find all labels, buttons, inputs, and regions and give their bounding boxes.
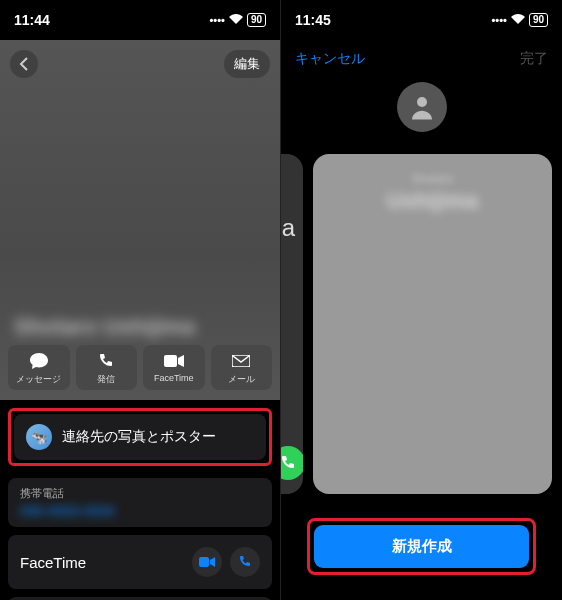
facetime-label: FaceTime <box>154 373 194 383</box>
edit-button[interactable]: 編集 <box>224 50 270 78</box>
svg-rect-2 <box>199 557 209 567</box>
poster-card-current[interactable]: Shotaro Ushijima <box>313 154 552 494</box>
contact-name: Shotaro Ushijima <box>14 314 195 340</box>
highlight-border: 🐄 連絡先の写真とポスター <box>8 408 272 466</box>
facetime-button[interactable]: FaceTime <box>143 345 205 390</box>
status-indicators: •••• 90 <box>209 13 266 27</box>
status-time: 11:44 <box>14 12 50 28</box>
call-button[interactable]: 発信 <box>76 345 138 390</box>
status-time: 11:45 <box>295 12 331 28</box>
cancel-button[interactable]: キャンセル <box>295 50 365 68</box>
facetime-section-label: FaceTime <box>20 554 86 571</box>
highlight-wrap: 🐄 連絡先の写真とポスター <box>0 400 280 474</box>
message-icon <box>30 351 48 371</box>
poster-carousel[interactable]: a Shotaro Ushijima <box>281 144 562 504</box>
wifi-icon <box>229 14 243 26</box>
action-row: メッセージ 発信 FaceTime メール <box>0 339 280 400</box>
poster-editor-screen: 11:45 •••• 90 キャンセル 完了 a Shotaro Ushijim… <box>281 0 562 600</box>
facetime-section: FaceTime <box>8 535 272 589</box>
battery-icon: 90 <box>529 13 548 27</box>
call-icon <box>281 446 303 480</box>
create-highlight: 新規作成 <box>307 518 536 575</box>
poster-icon: 🐄 <box>26 424 52 450</box>
signal-icon: •••• <box>209 14 224 26</box>
phone-label: 携帯電話 <box>20 486 260 501</box>
create-new-label: 新規作成 <box>392 537 452 554</box>
facetime-audio-button[interactable] <box>230 547 260 577</box>
svg-point-3 <box>417 97 427 107</box>
poster-firstname: Shotaro <box>411 172 453 186</box>
svg-rect-0 <box>164 355 177 367</box>
dim-letter: a <box>282 214 295 242</box>
done-button[interactable]: 完了 <box>520 50 548 68</box>
status-indicators: •••• 90 <box>491 13 548 27</box>
video-icon <box>164 351 184 371</box>
message-label: メッセージ <box>16 373 61 386</box>
contact-header: 編集 Shotaro Ushijima メッセージ 発信 FaceTime <box>0 40 280 400</box>
photo-poster-row[interactable]: 🐄 連絡先の写真とポスター <box>14 414 266 460</box>
create-wrap: 新規作成 <box>281 504 562 575</box>
edit-label: 編集 <box>234 55 260 73</box>
contact-detail-screen: 11:44 •••• 90 編集 Shotaro Ushijima メッセージ <box>0 0 281 600</box>
status-bar: 11:44 •••• 90 <box>0 0 280 40</box>
phone-icon <box>98 351 114 371</box>
call-label: 発信 <box>97 373 115 386</box>
avatar[interactable] <box>397 82 447 132</box>
editor-nav: キャンセル 完了 <box>281 40 562 78</box>
poster-card-previous[interactable]: a <box>281 154 303 494</box>
mail-button[interactable]: メール <box>211 345 273 390</box>
facetime-video-button[interactable] <box>192 547 222 577</box>
signal-icon: •••• <box>491 14 506 26</box>
battery-icon: 90 <box>247 13 266 27</box>
poster-lastname: Ushijima <box>387 188 479 214</box>
mail-icon <box>232 351 250 371</box>
message-button[interactable]: メッセージ <box>8 345 70 390</box>
create-new-button[interactable]: 新規作成 <box>314 525 529 568</box>
back-button[interactable] <box>10 50 38 78</box>
mail-label: メール <box>228 373 255 386</box>
photo-poster-label: 連絡先の写真とポスター <box>62 428 216 446</box>
phone-section[interactable]: 携帯電話 090-0000-0000 <box>8 478 272 527</box>
status-bar: 11:45 •••• 90 <box>281 0 562 40</box>
wifi-icon <box>511 14 525 26</box>
phone-value: 090-0000-0000 <box>20 503 260 519</box>
